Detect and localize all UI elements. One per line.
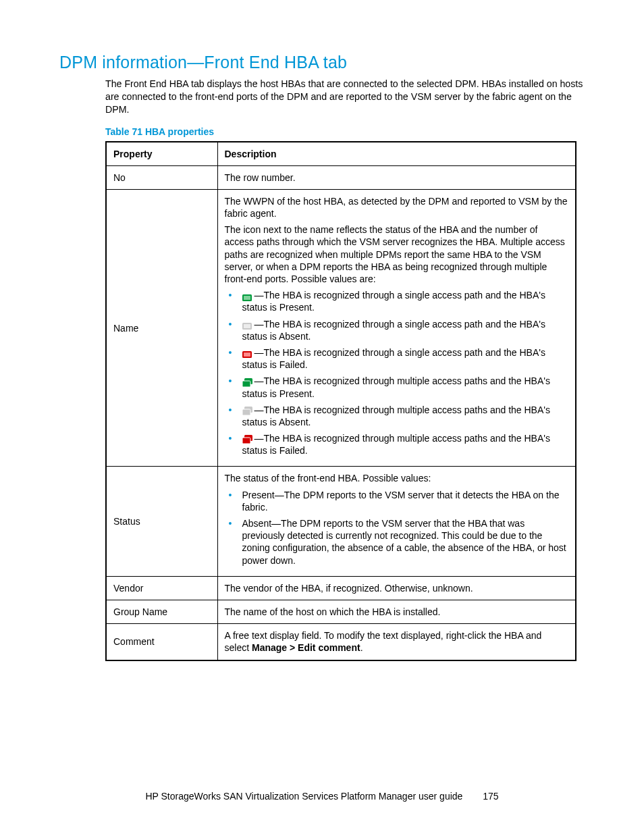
svg-rect-1 [244,296,250,300]
footer-page-number: 175 [483,791,498,802]
comment-suffix: . [360,642,363,653]
list-item: —The HBA is recognized through multiple … [225,432,569,461]
property-label: Name [106,189,217,467]
table-row: No The row number. [106,165,576,189]
property-description: The WWPN of the host HBA, as detected by… [217,189,576,467]
description-paragraph: The icon next to the name reflects the s… [225,224,569,285]
property-description: The row number. [217,165,576,189]
list-item: —The HBA is recognized through a single … [225,289,569,317]
list-item: Present—The DPM reports to the VSM serve… [225,489,569,517]
page-footer: HP StorageWorks SAN Virtualization Servi… [0,791,644,802]
property-label: Status [106,467,217,576]
svg-rect-9 [242,409,250,415]
list-item: —The HBA is recognized through a single … [225,346,569,375]
list-item-text: —The HBA is recognized through multiple … [242,433,550,456]
hba-single-present-icon [242,292,253,301]
intro-paragraph: The Front End HBA tab displays the host … [105,78,585,117]
property-description: The name of the host on which the HBA is… [217,600,576,623]
list-item-text: —The HBA is recognized through a single … [242,290,545,313]
list-item: —The HBA is recognized through multiple … [225,404,569,432]
list-item: —The HBA is recognized through multiple … [225,375,569,403]
list-item-text: —The HBA is recognized through a single … [242,319,545,342]
description-paragraph: The status of the front-end HBA. Possibl… [225,472,569,484]
property-label: Vendor [106,576,217,600]
property-label: Group Name [106,600,217,623]
property-description: The vendor of the HBA, if recognized. Ot… [217,576,576,600]
footer-doc-title: HP StorageWorks SAN Virtualization Servi… [145,791,462,802]
table-row: Comment A free text display field. To mo… [106,624,576,660]
hba-multi-present-icon [242,378,253,386]
column-header-description: Description [217,142,576,166]
property-label: Comment [106,624,217,660]
table-row: Vendor The vendor of the HBA, if recogni… [106,576,576,600]
description-paragraph: The WWPN of the host HBA, as detected by… [225,195,569,219]
table-row: Name The WWPN of the host HBA, as detect… [106,189,576,467]
column-header-property: Property [106,142,217,166]
property-description: A free text display field. To modify the… [217,624,576,660]
list-item-text: —The HBA is recognized through multiple … [242,405,550,427]
list-item: Absent—The DPM reports to the VSM server… [225,517,569,571]
table-caption: Table 71 HBA properties [105,126,585,137]
list-item-text: —The HBA is recognized through a single … [242,347,545,370]
status-value-list: Present—The DPM reports to the VSM serve… [225,489,569,571]
hba-properties-table: Property Description No The row number. … [105,141,576,661]
list-item-text: —The HBA is recognized through multiple … [242,375,550,398]
property-description: The status of the front-end HBA. Possibl… [217,467,576,576]
icon-status-list: —The HBA is recognized through a single … [225,289,569,461]
table-header-row: Property Description [106,142,576,166]
svg-rect-3 [244,324,250,328]
comment-menu-path: Manage > Edit comment [252,642,360,653]
table-row: Group Name The name of the host on which… [106,600,576,623]
svg-rect-5 [244,353,250,357]
section-heading: DPM information—Front End HBA tab [59,53,585,72]
hba-multi-absent-icon [242,407,253,415]
table-row: Status The status of the front-end HBA. … [106,467,576,576]
svg-rect-7 [242,381,250,387]
hba-single-failed-icon [242,349,253,357]
hba-multi-failed-icon [242,435,253,443]
property-label: No [106,165,217,189]
list-item: —The HBA is recognized through a single … [225,318,569,346]
svg-rect-11 [242,438,250,444]
hba-single-absent-icon [242,321,253,329]
